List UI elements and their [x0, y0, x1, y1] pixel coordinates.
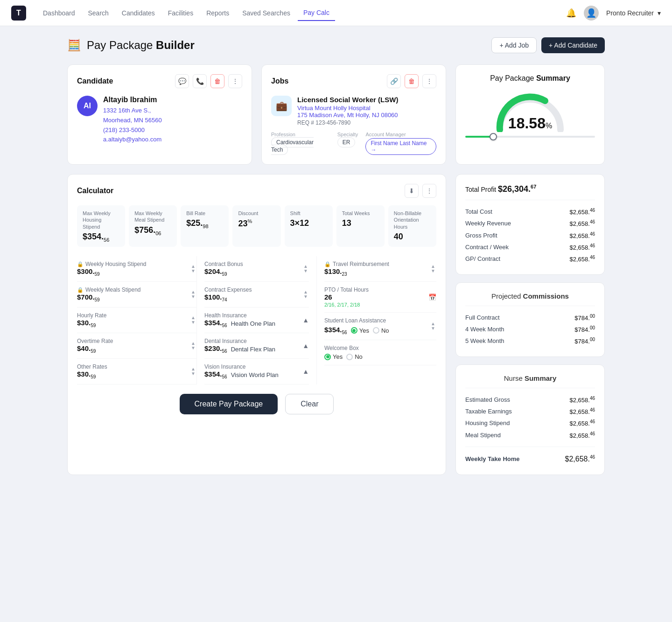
nav-pay-calc[interactable]: Pay Calc: [298, 5, 335, 21]
candidate-more-button[interactable]: ⋮: [228, 74, 242, 88]
calculator-card: Calculator ⬇ ⋮ Max Weekly Housing Stipen…: [67, 174, 446, 475]
student-loan-no[interactable]: No: [373, 327, 389, 334]
profit-title: Total Profit $26,304.67: [465, 184, 595, 194]
contract-bonus-down[interactable]: ▼: [302, 269, 309, 273]
profession-tag: Cardiovascular Tech: [271, 137, 314, 155]
overtime-rate-down[interactable]: ▼: [190, 346, 196, 350]
candidate-name: Altayib Ibrahim: [103, 96, 162, 104]
hourly-rate-label: Hourly Rate: [77, 312, 106, 319]
job-address: 175 Madison Ave, Mt Holly, NJ 08060: [297, 112, 398, 119]
metric-bill-val: $25.98: [186, 218, 223, 229]
metric-weeks-label: Total Weeks: [342, 210, 379, 217]
jobs-card: Jobs 🔗 🗑 ⋮ 💼 Licensed Social Worker (LSW…: [261, 64, 446, 165]
add-candidate-button[interactable]: + Add Candidate: [541, 37, 605, 53]
metric-orientation-label: Non-Billable Orientation Hours: [394, 210, 431, 230]
metric-meal: Max Weekly Meal Stipend $756.06: [129, 205, 177, 247]
hourly-rate-down[interactable]: ▼: [190, 320, 196, 325]
weekly-housing-down[interactable]: ▼: [190, 269, 196, 273]
weekly-meals-down[interactable]: ▼: [190, 294, 196, 299]
field-weekly-housing: 🔒 Weekly Housing Stipend $300.59 ▲ ▼: [77, 256, 196, 282]
nav-dashboard[interactable]: Dashboard: [37, 6, 81, 21]
create-pay-package-button[interactable]: Create Pay Package: [180, 394, 278, 414]
contract-bonus-label: Contract Bonus: [204, 261, 243, 267]
calc-col-2: Contract Bonus $204.59 ▲ ▼ Contract Expe…: [197, 256, 316, 384]
student-loan-no-dot: [373, 327, 379, 334]
metric-weeks: Total Weeks 13: [336, 205, 385, 247]
calendar-icon[interactable]: 📅: [428, 294, 436, 301]
dental-insurance-expand[interactable]: ▲: [302, 342, 309, 349]
nurse-weekly-divider: [465, 447, 595, 447]
user-menu[interactable]: Pronto Recruiter ▾: [606, 9, 661, 17]
candidate-phone-button[interactable]: 📞: [193, 74, 207, 88]
metric-housing-val: $354.56: [83, 232, 119, 243]
gauge-slider[interactable]: [465, 136, 595, 138]
metric-orientation: Non-Billable Orientation Hours 40: [388, 205, 436, 247]
clear-button[interactable]: Clear: [285, 394, 334, 414]
calc-more-button[interactable]: ⋮: [422, 184, 436, 198]
commissions-card: Projected Commissions Full Contract $784…: [455, 282, 605, 357]
jobs-card-actions: 🔗 🗑 ⋮: [387, 74, 436, 88]
nav-right: 🔔 👤 Pronto Recruiter ▾: [566, 6, 661, 21]
candidate-avatar: AI: [77, 96, 98, 116]
nav-reports[interactable]: Reports: [201, 6, 235, 21]
welcome-box-yes[interactable]: Yes: [324, 353, 343, 360]
commission-5week: 5 Week Month $784.00: [465, 335, 595, 347]
job-more-button[interactable]: ⋮: [422, 74, 436, 88]
student-loan-yes-dot: [351, 327, 357, 334]
dental-insurance-val: $230.56: [204, 344, 227, 354]
page-header: 🧮 Pay Package Builder + Add Job + Add Ca…: [67, 37, 605, 53]
nav-search[interactable]: Search: [83, 6, 114, 21]
candidate-email: a.altaiyb@yahoo.com: [103, 135, 162, 145]
nurse-summary-card: Nurse Summary Estimated Gross $2,658.46 …: [455, 364, 605, 475]
nurse-summary-title: Nurse Summary: [465, 374, 595, 382]
metric-shift-label: Shift: [290, 210, 327, 217]
candidate-delete-button[interactable]: 🗑: [210, 74, 224, 88]
profit-row-gp: GP/ Contract $2,658.46: [465, 253, 595, 265]
candidate-message-button[interactable]: 💬: [175, 74, 189, 88]
hourly-rate-val: $30.59: [77, 319, 106, 328]
add-job-button[interactable]: + Add Job: [491, 37, 537, 53]
nav-logo: T: [11, 6, 26, 21]
nurse-housing: Housing Stipend $2,658.46: [465, 417, 595, 429]
welcome-box-yes-dot: [324, 354, 331, 360]
candidate-section-title: Candidate: [77, 77, 113, 85]
calc-metrics-grid: Max Weekly Housing Stipend $354.56 Max W…: [77, 205, 436, 247]
travel-label: 🔒 Travel Reimbursement: [324, 261, 389, 267]
nurse-taxable: Taxable Earnings $2,658.46: [465, 405, 595, 417]
job-link-button[interactable]: 🔗: [387, 74, 401, 88]
job-tags-section: Profession Cardiovascular Tech Specialty…: [271, 132, 436, 155]
nav-facilities[interactable]: Facilities: [162, 6, 199, 21]
student-loan-down[interactable]: ▼: [430, 326, 436, 331]
header-actions: + Add Job + Add Candidate: [491, 37, 605, 53]
welcome-box-label: Welcome Box: [324, 345, 363, 351]
chevron-down-icon: ▾: [658, 9, 661, 17]
field-other-rates: Other Rates $30.59 ▲ ▼: [77, 359, 196, 384]
page-title: Pay Package Builder: [87, 39, 195, 52]
profit-row-contract-week: Contract / Week $2,658.46: [465, 241, 595, 253]
vision-insurance-label: Vision Insurance: [204, 363, 279, 370]
vision-insurance-expand[interactable]: ▲: [302, 368, 309, 375]
nav-saved-searches[interactable]: Saved Searches: [237, 6, 296, 21]
field-overtime-rate: Overtime Rate $40.59 ▲ ▼: [77, 333, 196, 359]
overtime-rate-label: Overtime Rate: [77, 338, 113, 344]
job-delete-button[interactable]: 🗑: [405, 74, 419, 88]
notification-bell-icon[interactable]: 🔔: [566, 8, 576, 18]
student-loan-yes[interactable]: Yes: [351, 327, 369, 334]
nav-candidates[interactable]: Candidates: [116, 6, 161, 21]
contract-expenses-down[interactable]: ▼: [302, 294, 309, 299]
account-manager-tag[interactable]: First Name Last Name →: [365, 138, 436, 155]
metric-orientation-val: 40: [394, 232, 431, 242]
specialty-label: Specialty: [337, 132, 358, 137]
travel-down[interactable]: ▼: [430, 269, 436, 273]
metric-housing-label: Max Weekly Housing Stipend: [83, 210, 119, 230]
field-vision-insurance: Vision Insurance $354.56 Vision World Pl…: [204, 359, 309, 384]
other-rates-down[interactable]: ▼: [190, 371, 196, 376]
job-title: Licensed Social Worker (LSW): [297, 96, 398, 104]
health-insurance-expand[interactable]: ▲: [302, 316, 309, 324]
calc-download-button[interactable]: ⬇: [405, 184, 419, 198]
nurse-estimated-gross: Estimated Gross $2,658.46: [465, 394, 595, 405]
metric-shift: Shift 3×12: [285, 205, 333, 247]
welcome-box-no[interactable]: No: [346, 353, 363, 360]
right-panel: Total Profit $26,304.67 Total Cost $2,65…: [455, 174, 605, 475]
dental-plan-name: Dental Flex Plan: [231, 346, 275, 353]
